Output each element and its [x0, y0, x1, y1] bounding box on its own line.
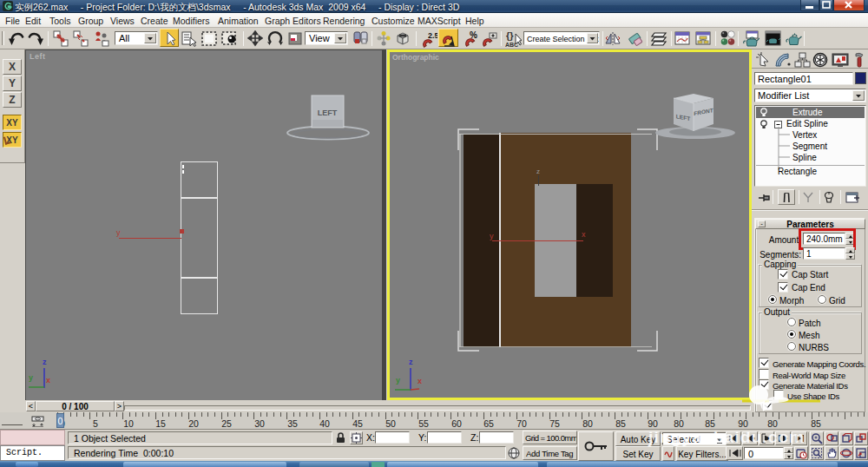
svg-text:z: z	[409, 358, 413, 366]
svg-text:x: x	[46, 376, 50, 385]
svg-text:z: z	[43, 358, 47, 366]
svg-text:2.5: 2.5	[428, 31, 437, 40]
svg-text:LEFT: LEFT	[318, 109, 338, 117]
svg-text:{}: {}	[506, 30, 514, 41]
svg-text:%: %	[470, 30, 477, 40]
svg-text:y: y	[396, 376, 400, 385]
svg-text:x: x	[418, 377, 422, 385]
svg-text:y: y	[29, 373, 33, 382]
